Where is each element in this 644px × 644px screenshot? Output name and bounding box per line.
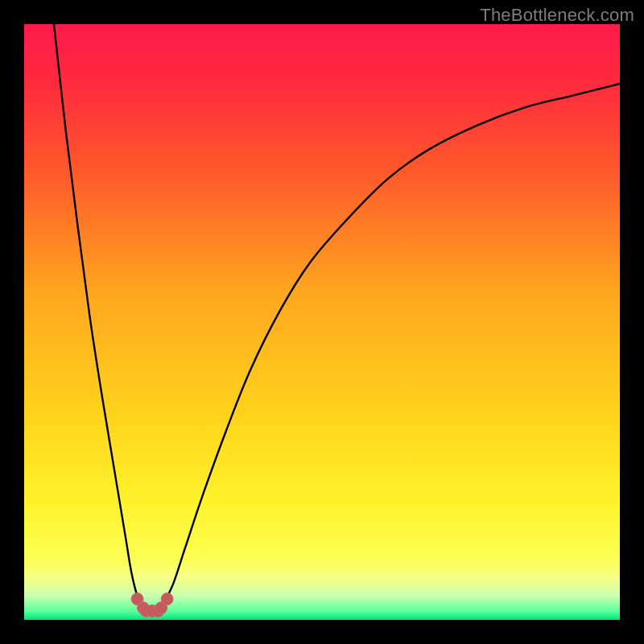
curve-right-branch	[161, 84, 620, 608]
minimum-markers	[131, 593, 173, 617]
plot-area	[24, 24, 620, 620]
curve-layer	[24, 24, 620, 620]
curve-left-branch	[54, 24, 143, 608]
watermark-text: TheBottleneck.com	[480, 5, 634, 26]
minimum-marker-dot	[161, 593, 173, 605]
chart-frame: TheBottleneck.com	[0, 0, 644, 644]
